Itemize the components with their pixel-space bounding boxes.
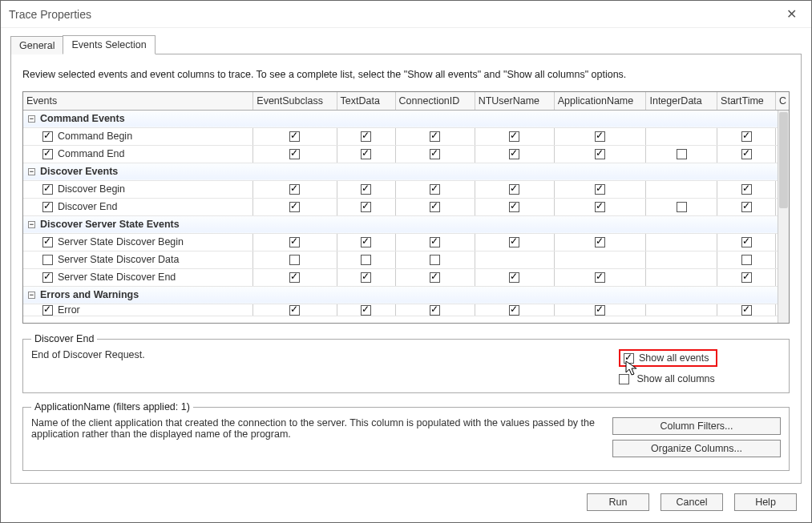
cell-checkbox[interactable] — [509, 305, 519, 316]
event-row[interactable]: Server State Discover Begin — [23, 233, 790, 251]
event-row[interactable]: Server State Discover Data — [23, 251, 790, 268]
cell-checkbox[interactable] — [361, 272, 371, 283]
col-header-integerdata[interactable]: IntegerData — [646, 92, 717, 110]
scrollbar-thumb[interactable] — [779, 112, 788, 208]
cell-checkbox[interactable] — [741, 255, 752, 265]
event-row[interactable]: Command Begin — [23, 127, 790, 145]
show-all-events-label[interactable]: Show all events — [639, 352, 709, 364]
cell-checkbox[interactable] — [430, 131, 440, 142]
cell-checkbox[interactable] — [361, 202, 371, 212]
col-header-events[interactable]: Events — [23, 92, 253, 110]
show-all-events-checkbox[interactable] — [624, 353, 634, 364]
cell-checkbox[interactable] — [430, 255, 440, 265]
cell-checkbox[interactable] — [289, 202, 300, 212]
group-row[interactable]: −Errors and Warnings — [23, 286, 790, 304]
cell-checkbox[interactable] — [677, 149, 687, 159]
cell-checkbox[interactable] — [289, 272, 300, 283]
cell-checkbox[interactable] — [509, 131, 519, 142]
grid-vertical-scrollbar[interactable] — [778, 111, 789, 323]
grid-header-row: Events EventSubclass TextData Connection… — [23, 92, 790, 110]
cell-checkbox[interactable] — [361, 255, 371, 265]
cell-checkbox[interactable] — [741, 149, 752, 159]
col-header-textdata[interactable]: TextData — [337, 92, 395, 110]
col-header-more[interactable]: C — [776, 92, 790, 110]
cell-checkbox[interactable] — [289, 305, 300, 316]
col-header-ntusername[interactable]: NTUserName — [475, 92, 554, 110]
cell-checkbox[interactable] — [509, 237, 519, 247]
expand-toggle-icon[interactable]: − — [28, 221, 35, 228]
event-row-checkbox[interactable] — [42, 202, 53, 212]
show-all-columns-label[interactable]: Show all columns — [636, 373, 714, 384]
cell-checkbox[interactable] — [430, 202, 440, 212]
cell-checkbox[interactable] — [430, 184, 440, 195]
column-filters-button[interactable]: Column Filters... — [612, 417, 781, 435]
tab-events-selection[interactable]: Events Selection — [63, 35, 155, 54]
cell-checkbox[interactable] — [741, 305, 752, 316]
event-row-checkbox[interactable] — [42, 305, 53, 316]
cell-checkbox[interactable] — [595, 237, 605, 247]
expand-toggle-icon[interactable]: − — [28, 292, 35, 299]
cell-checkbox[interactable] — [430, 237, 440, 247]
col-header-eventsubclass[interactable]: EventSubclass — [253, 92, 337, 110]
group-row[interactable]: −Command Events — [23, 110, 790, 127]
cell-checkbox[interactable] — [361, 184, 371, 195]
column-description-text: Name of the client application that crea… — [31, 417, 612, 440]
event-row-checkbox[interactable] — [42, 184, 53, 195]
cell-checkbox[interactable] — [430, 305, 440, 316]
cell-checkbox[interactable] — [741, 272, 752, 283]
col-header-starttime[interactable]: StartTime — [717, 92, 776, 110]
cell-checkbox[interactable] — [677, 202, 687, 212]
event-row-checkbox[interactable] — [42, 237, 53, 247]
cell-checkbox[interactable] — [741, 237, 752, 247]
cell-checkbox[interactable] — [289, 131, 300, 142]
show-all-columns-checkbox[interactable] — [619, 374, 629, 384]
cell-checkbox[interactable] — [595, 131, 605, 142]
cell-checkbox[interactable] — [595, 272, 605, 283]
cell-checkbox[interactable] — [430, 149, 440, 159]
organize-columns-button[interactable]: Organize Columns... — [612, 440, 781, 457]
event-row[interactable]: Command End — [23, 145, 790, 163]
event-row-checkbox[interactable] — [42, 272, 53, 283]
group-row[interactable]: −Discover Server State Events — [23, 215, 790, 233]
col-header-applicationname[interactable]: ApplicationName — [554, 92, 646, 110]
cell-checkbox[interactable] — [595, 149, 605, 159]
cell-checkbox[interactable] — [430, 272, 440, 283]
cell-checkbox[interactable] — [509, 184, 519, 195]
expand-toggle-icon[interactable]: − — [28, 168, 35, 175]
event-row[interactable]: Server State Discover End — [23, 268, 790, 286]
cell-checkbox[interactable] — [741, 184, 752, 195]
cell-checkbox[interactable] — [509, 149, 519, 159]
cell-checkbox[interactable] — [289, 255, 300, 265]
cell-checkbox[interactable] — [289, 237, 300, 247]
cell-checkbox[interactable] — [289, 149, 300, 159]
events-grid[interactable]: Events EventSubclass TextData Connection… — [22, 91, 790, 324]
event-row-checkbox[interactable] — [42, 131, 53, 142]
cell-checkbox[interactable] — [509, 202, 519, 212]
run-button[interactable]: Run — [587, 493, 649, 511]
event-row-label: Server State Discover Begin — [58, 236, 184, 247]
cell-checkbox[interactable] — [741, 131, 752, 142]
help-button[interactable]: Help — [734, 493, 797, 511]
cell-checkbox[interactable] — [361, 149, 371, 159]
cell-checkbox[interactable] — [595, 202, 605, 212]
cell-checkbox[interactable] — [361, 237, 371, 247]
expand-toggle-icon[interactable]: − — [28, 115, 35, 123]
event-row[interactable]: Discover Begin — [23, 180, 790, 198]
tab-general[interactable]: General — [10, 36, 63, 54]
cell-checkbox[interactable] — [361, 131, 371, 142]
cancel-button[interactable]: Cancel — [661, 493, 723, 511]
cell-checkbox[interactable] — [509, 272, 519, 283]
cell-checkbox[interactable] — [361, 305, 371, 316]
event-row-checkbox[interactable] — [42, 149, 53, 159]
close-icon[interactable]: ✕ — [779, 6, 803, 22]
cell-checkbox[interactable] — [595, 305, 605, 316]
cell-checkbox[interactable] — [595, 184, 605, 195]
event-row-checkbox[interactable] — [42, 255, 53, 265]
group-row[interactable]: −Discover Events — [23, 163, 790, 180]
col-header-connectionid[interactable]: ConnectionID — [395, 92, 475, 110]
event-row[interactable]: Error — [23, 304, 790, 316]
event-description-text: End of Discover Request. — [31, 349, 612, 384]
cell-checkbox[interactable] — [741, 202, 752, 212]
cell-checkbox[interactable] — [289, 184, 300, 195]
event-row[interactable]: Discover End — [23, 198, 790, 215]
